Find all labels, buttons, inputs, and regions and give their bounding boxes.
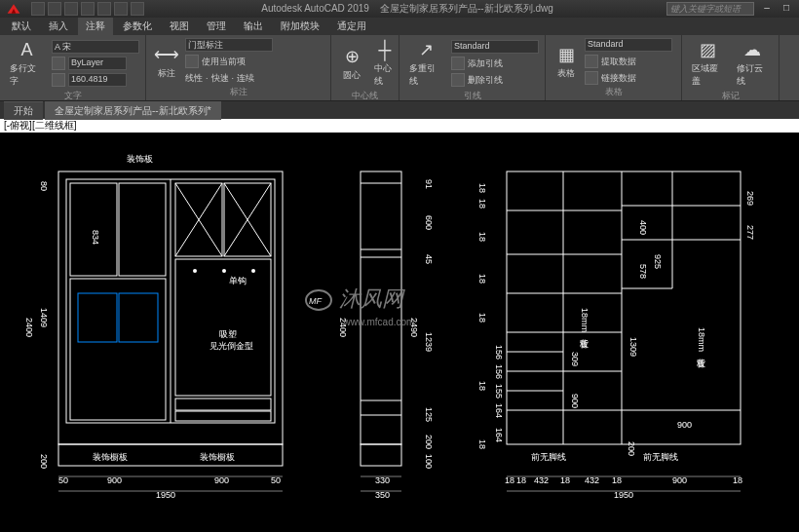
qat-redo-icon[interactable] <box>131 2 144 16</box>
drawing-canvas[interactable]: 装饰板 单钩 装饰橱板 装饰橱板 吸塑 见光倒金型 <box>0 133 799 532</box>
tab-insert[interactable]: 插入 <box>41 18 76 35</box>
dimension-button[interactable]: ⟷ 标注 <box>152 42 181 82</box>
svg-text:156: 156 <box>494 345 504 360</box>
dim-style-dropdown[interactable]: 门型标注 <box>185 38 273 52</box>
tab-view[interactable]: 视图 <box>162 18 197 35</box>
svg-text:900: 900 <box>570 394 580 408</box>
svg-rect-14 <box>175 259 271 396</box>
dim-continue-button[interactable]: 连续 <box>237 72 254 85</box>
qat-plot-icon[interactable] <box>97 2 111 16</box>
svg-text:330: 330 <box>375 475 390 485</box>
svg-text:309: 309 <box>570 352 580 366</box>
height-input[interactable]: 160.4819 <box>68 73 127 87</box>
find-icon[interactable] <box>52 57 65 70</box>
revcloud-button[interactable]: ☁修订云线 <box>733 37 774 90</box>
layer-dropdown[interactable]: ByLayer <box>68 57 127 70</box>
svg-text:装饰橱板: 装饰橱板 <box>93 452 128 462</box>
qat-undo-icon[interactable] <box>114 2 128 16</box>
leader-style-dropdown[interactable]: Standard <box>451 40 539 54</box>
title-text: 装饰板 <box>127 154 153 164</box>
height-icon[interactable] <box>52 73 65 87</box>
revcloud-icon: ☁ <box>742 39 763 60</box>
dim-linear-button[interactable]: 线性 <box>185 72 203 85</box>
svg-text:269: 269 <box>745 191 755 206</box>
file-tab-drawing[interactable]: 全屋定制家居系列产品--新北欧系列* <box>45 101 221 120</box>
link-icon[interactable] <box>585 71 598 85</box>
panel-leader-label: 引线 <box>405 90 539 103</box>
centerline-icon: ┼ <box>374 39 396 60</box>
mtext-label: 多行文字 <box>10 62 44 88</box>
svg-text:50: 50 <box>58 475 68 485</box>
svg-text:50: 50 <box>271 475 281 485</box>
svg-text:1950: 1950 <box>614 490 633 500</box>
qat-open-icon[interactable] <box>48 2 61 16</box>
svg-text:156: 156 <box>494 364 504 379</box>
mleader-button[interactable]: ↗多重引线 <box>405 37 447 90</box>
svg-text:834: 834 <box>91 230 100 245</box>
remove-leader-icon[interactable] <box>451 73 465 87</box>
panel-table: ▦表格 Standard 提取数据 链接数据 表格 <box>546 35 682 100</box>
text-style-dropdown[interactable]: A 宋 <box>52 40 139 54</box>
svg-text:前无脚线: 前无脚线 <box>531 452 566 462</box>
tab-annotate[interactable]: 注释 <box>78 18 113 35</box>
revcloud-label: 修订云线 <box>737 62 770 88</box>
remove-leader-label: 删除引线 <box>468 74 503 87</box>
table-style-dropdown[interactable]: Standard <box>585 38 672 52</box>
svg-text:900: 900 <box>214 475 229 485</box>
extract-icon[interactable] <box>585 55 598 68</box>
help-search-input[interactable]: 键入关键字或短语 <box>666 2 754 16</box>
svg-text:18: 18 <box>477 274 487 284</box>
panel-table-label: 表格 <box>552 86 675 99</box>
mtext-button[interactable]: A 多行文字 <box>6 37 48 90</box>
dim-quick-button[interactable]: 快速 <box>211 72 229 85</box>
app-name: Autodesk AutoCAD 2019 <box>261 3 369 14</box>
svg-text:900: 900 <box>672 475 687 485</box>
table-icon: ▦ <box>555 44 577 65</box>
tab-addons[interactable]: 附加模块 <box>273 18 327 35</box>
svg-text:吸塑: 吸塑 <box>219 329 237 339</box>
dimension-label: 标注 <box>158 67 175 80</box>
svg-text:600: 600 <box>424 215 434 230</box>
panel-markup: ▨区域覆盖 ☁修订云线 标记 <box>682 35 780 100</box>
svg-text:18: 18 <box>477 183 487 193</box>
use-current-label: 使用当前项 <box>202 56 246 68</box>
panel-leader: ↗多重引线 Standard 添加引线 删除引线 引线 <box>400 35 546 100</box>
qat-new-icon[interactable] <box>31 2 45 16</box>
centermark-label: 圆心 <box>343 69 361 82</box>
svg-rect-7 <box>119 293 158 342</box>
svg-text:2400: 2400 <box>338 318 348 337</box>
window-title: Autodesk AutoCAD 2019 全屋定制家居系列产品--新北欧系列.… <box>148 2 666 16</box>
svg-rect-44 <box>361 444 401 466</box>
svg-rect-6 <box>78 293 117 342</box>
add-leader-icon[interactable] <box>451 57 465 70</box>
wipeout-button[interactable]: ▨区域覆盖 <box>688 37 729 90</box>
viewport-label[interactable]: [-俯视][二维线框] <box>0 119 799 133</box>
table-button[interactable]: ▦表格 <box>552 42 581 82</box>
qat-saveas-icon[interactable] <box>81 2 95 16</box>
tab-output[interactable]: 输出 <box>236 18 271 35</box>
centerline-button[interactable]: ┼中心线 <box>370 37 400 90</box>
svg-text:18: 18 <box>560 475 570 485</box>
svg-point-16 <box>222 269 226 273</box>
wipeout-icon: ▨ <box>698 39 719 60</box>
svg-text:432: 432 <box>585 475 599 485</box>
tab-manage[interactable]: 管理 <box>199 18 234 35</box>
tab-default[interactable]: 默认 <box>4 18 39 35</box>
svg-text:1309: 1309 <box>628 337 638 357</box>
svg-text:900: 900 <box>107 475 122 485</box>
tab-parametric[interactable]: 参数化 <box>115 18 160 35</box>
svg-rect-20 <box>175 411 271 421</box>
svg-rect-5 <box>70 279 166 420</box>
panel-markup-label: 标记 <box>688 90 773 103</box>
tab-express[interactable]: 通定用 <box>329 18 374 35</box>
file-tab-start[interactable]: 开始 <box>4 101 43 120</box>
check-icon[interactable] <box>185 55 199 68</box>
file-tabs: 开始 全屋定制家居系列产品--新北欧系列* <box>0 101 799 119</box>
centermark-button[interactable]: ⊕圆心 <box>337 44 366 84</box>
maximize-button[interactable]: □ <box>780 2 793 16</box>
qat-save-icon[interactable] <box>64 2 78 16</box>
svg-text:18: 18 <box>516 475 526 485</box>
minimize-button[interactable]: – <box>760 2 774 16</box>
svg-point-17 <box>251 269 255 273</box>
svg-text:2490: 2490 <box>409 318 419 337</box>
